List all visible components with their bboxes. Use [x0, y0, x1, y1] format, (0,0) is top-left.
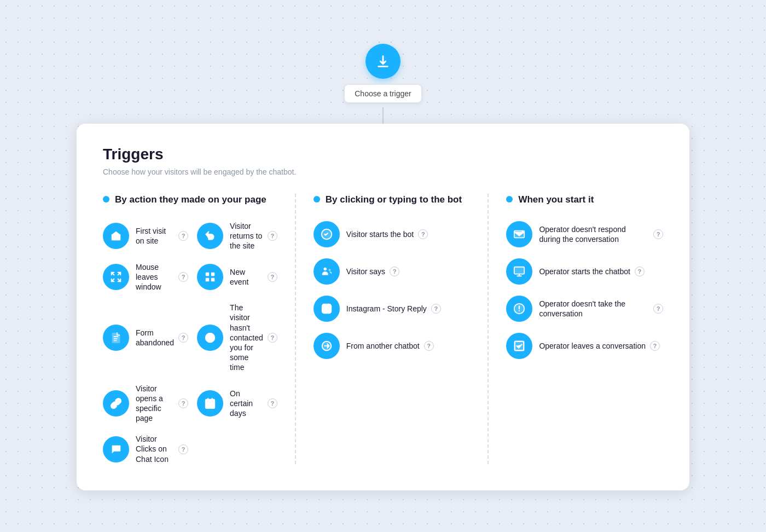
column-by-clicking: By clicking or typing to the bot Visitor…	[314, 194, 489, 464]
visitor-clicks-label: Visitor Clicks on Chat Icon	[136, 434, 174, 464]
card-subtitle: Choose how your visitors will be engaged…	[103, 167, 663, 176]
svg-rect-0	[206, 273, 209, 276]
operator-starts-chatbot-help[interactable]: ?	[635, 267, 645, 276]
trigger-item-operator-starts-chatbot[interactable]: Operator starts the chatbot ?	[506, 258, 663, 285]
trigger-item-form-abandoned[interactable]: Form abandoned ?	[103, 303, 188, 372]
first-visit-help[interactable]: ?	[178, 231, 188, 241]
svg-rect-3	[211, 278, 214, 281]
visitor-clicks-icon	[103, 436, 129, 462]
trigger-item-visitor-clicks[interactable]: Visitor Clicks on Chat Icon ?	[103, 434, 188, 464]
trigger-item-instagram-story[interactable]: Instagram - Story Reply ?	[314, 296, 471, 322]
first-visit-icon	[103, 223, 129, 249]
visitor-returns-label: Visitor returns to the site	[230, 221, 263, 251]
operator-no-respond-help[interactable]: ?	[653, 229, 663, 239]
card-title: Triggers	[103, 146, 663, 163]
column-dot-when-you-start	[506, 196, 513, 203]
triggers-single-by-clicking: Visitor starts the bot ? Visitor says ?	[314, 221, 471, 359]
operator-leaves-icon	[506, 333, 532, 359]
trigger-item-visitor-returns[interactable]: Visitor returns to the site ?	[197, 221, 277, 251]
column-title-when-you-start: When you start it	[518, 194, 594, 206]
svg-rect-5	[206, 400, 215, 409]
operator-leaves-help[interactable]: ?	[650, 341, 660, 351]
trigger-item-first-visit[interactable]: First visit on site ?	[103, 221, 188, 251]
instagram-story-help[interactable]: ?	[431, 304, 441, 314]
column-header-by-action: By action they made on your page	[103, 194, 277, 206]
mouse-leaves-icon	[103, 264, 129, 290]
mouse-leaves-help[interactable]: ?	[178, 272, 188, 282]
new-event-help[interactable]: ?	[268, 272, 277, 282]
not-contacted-icon	[197, 325, 223, 351]
visitor-starts-bot-icon	[314, 221, 340, 247]
choose-trigger-label: Choose a trigger	[344, 84, 422, 103]
visitor-says-help[interactable]: ?	[390, 267, 399, 276]
not-contacted-help[interactable]: ?	[268, 333, 277, 343]
triggers-grid-by-action: First visit on site ? Visitor returns to…	[103, 221, 277, 464]
form-abandoned-label: Form abandoned	[136, 328, 174, 348]
column-title-by-action: By action they made on your page	[115, 194, 266, 206]
svg-point-10	[329, 305, 330, 307]
instagram-story-label: Instagram - Story Reply	[346, 304, 427, 314]
column-dot-by-action	[103, 196, 109, 203]
first-visit-label: First visit on site	[136, 226, 174, 246]
certain-days-label: On certain days	[230, 389, 263, 419]
svg-point-6	[323, 268, 327, 271]
column-by-action: By action they made on your page First v…	[103, 194, 296, 464]
instagram-story-icon	[314, 296, 340, 322]
trigger-item-operator-no-respond[interactable]: Operator doesn't respond during the conv…	[506, 221, 663, 247]
not-contacted-label: The visitor hasn't contacted you for som…	[230, 303, 263, 372]
operator-no-take-help[interactable]: ?	[653, 304, 663, 314]
trigger-circle-button[interactable]	[365, 44, 401, 79]
visitor-opens-label: Visitor opens a specific page	[136, 384, 174, 424]
from-another-chatbot-label: From another chatbot	[346, 341, 420, 351]
svg-point-9	[324, 307, 328, 310]
column-header-when-you-start: When you start it	[506, 194, 663, 206]
trigger-item-operator-leaves[interactable]: Operator leaves a conversation ?	[506, 333, 663, 359]
column-header-by-clicking: By clicking or typing to the bot	[314, 194, 471, 206]
column-dot-by-clicking	[314, 196, 320, 203]
form-abandoned-icon	[103, 325, 129, 351]
new-event-icon	[197, 264, 223, 290]
svg-point-7	[328, 269, 330, 271]
visitor-returns-icon	[197, 223, 223, 249]
trigger-item-visitor-opens[interactable]: Visitor opens a specific page ?	[103, 384, 188, 424]
operator-no-respond-icon	[506, 221, 532, 247]
visitor-opens-help[interactable]: ?	[178, 398, 188, 408]
visitor-returns-help[interactable]: ?	[268, 231, 277, 241]
mouse-leaves-label: Mouse leaves window	[136, 262, 174, 292]
operator-leaves-label: Operator leaves a conversation	[539, 341, 646, 351]
operator-no-respond-label: Operator doesn't respond during the conv…	[539, 224, 649, 244]
trigger-item-visitor-says[interactable]: Visitor says ?	[314, 258, 471, 285]
operator-no-take-icon	[506, 296, 532, 322]
svg-rect-15	[514, 267, 524, 274]
visitor-starts-bot-help[interactable]: ?	[418, 229, 428, 239]
trigger-item-certain-days[interactable]: On certain days ?	[197, 384, 277, 424]
operator-no-take-label: Operator doesn't take the conversation	[539, 299, 649, 319]
connector-line	[382, 107, 384, 124]
column-title-by-clicking: By clicking or typing to the bot	[326, 194, 462, 206]
new-event-label: New event	[230, 267, 263, 287]
triggers-card: Triggers Choose how your visitors will b…	[77, 124, 689, 490]
triggers-single-when-you-start: Operator doesn't respond during the conv…	[506, 221, 663, 359]
trigger-item-new-event[interactable]: New event ?	[197, 262, 277, 292]
certain-days-help[interactable]: ?	[268, 398, 277, 408]
form-abandoned-help[interactable]: ?	[178, 333, 188, 343]
svg-rect-2	[206, 278, 209, 281]
from-another-chatbot-icon	[314, 333, 340, 359]
trigger-item-operator-no-take[interactable]: Operator doesn't take the conversation ?	[506, 296, 663, 322]
trigger-button-wrapper: Choose a trigger	[344, 44, 422, 103]
visitor-starts-bot-label: Visitor starts the bot	[346, 229, 414, 239]
visitor-clicks-help[interactable]: ?	[178, 444, 188, 454]
visitor-says-icon	[314, 258, 340, 285]
visitor-opens-icon	[103, 390, 129, 417]
operator-starts-chatbot-icon	[506, 258, 532, 285]
trigger-item-from-another-chatbot[interactable]: From another chatbot ?	[314, 333, 471, 359]
columns-wrapper: By action they made on your page First v…	[103, 194, 663, 464]
visitor-says-label: Visitor says	[346, 267, 385, 276]
trigger-item-visitor-starts-bot[interactable]: Visitor starts the bot ?	[314, 221, 471, 247]
trigger-item-mouse-leaves[interactable]: Mouse leaves window ?	[103, 262, 188, 292]
svg-point-17	[519, 310, 520, 311]
arrow-down-icon	[375, 54, 391, 69]
from-another-chatbot-help[interactable]: ?	[424, 341, 434, 351]
trigger-item-not-contacted[interactable]: The visitor hasn't contacted you for som…	[197, 303, 277, 372]
column-when-you-start: When you start it Operator doesn't respo…	[506, 194, 663, 464]
